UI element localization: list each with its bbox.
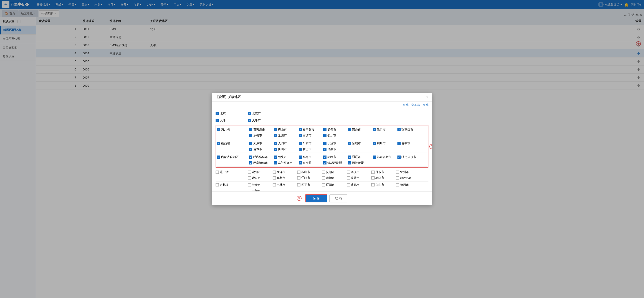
city-item: 临汾市 [298,147,322,152]
province-checkbox-tianjin[interactable] [216,119,219,122]
city-checkbox[interactable] [297,171,300,174]
city-checkbox[interactable] [248,171,251,174]
invert-btn[interactable]: 反选 [422,103,428,107]
city-checkbox[interactable] [248,176,251,180]
city-checkbox[interactable] [347,176,350,180]
city-checkbox[interactable] [274,148,277,151]
city-item: 朝阳市 [370,176,395,180]
city-checkbox[interactable] [272,171,276,174]
city-checkbox[interactable] [398,142,400,145]
city-item: 营口市 [247,176,272,180]
city-checkbox[interactable] [297,183,300,187]
city-checkbox[interactable] [396,171,399,174]
city-checkbox[interactable] [372,171,374,174]
city-item: 吕梁市 [322,147,347,152]
city-checkbox[interactable] [323,134,326,137]
city-checkbox[interactable] [272,176,276,180]
province-checkbox-liaoning[interactable] [216,171,219,174]
city-checkbox[interactable] [248,183,251,187]
city-item: 阜新市 [272,176,296,180]
city-item: 邢台市 [347,127,372,132]
city-checkbox[interactable] [249,161,252,164]
city-item: 晋中市 [396,141,421,146]
region-row-jilin: 吉林省 长春市 吉林市 四平市 辽源市 通化市 白山市 松原市 白城市 [216,182,428,191]
city-checkbox[interactable] [249,156,252,159]
city-checkbox[interactable] [372,183,374,187]
city-checkbox[interactable] [398,156,400,159]
city-checkbox[interactable] [323,128,326,131]
close-icon[interactable]: × [426,95,428,99]
select-all-btn[interactable]: 全选 [402,103,408,107]
city-checkbox[interactable] [274,156,277,159]
city-checkbox[interactable] [348,128,351,131]
modal-footer: ③ 保 存 取 消 [212,191,432,205]
city-checkbox[interactable] [272,183,276,187]
city-checkbox[interactable] [322,176,325,180]
city-checkbox[interactable] [398,128,400,131]
city-item: 盘锦市 [321,176,346,180]
city-checkbox[interactable] [373,128,376,131]
city-checkbox[interactable] [323,156,326,159]
region-row-inner-mongolia: 内蒙古自治区 呼和浩特市 包头市 乌海市 赤峰市 通辽市 鄂尔多斯市 呼伦贝尔市… [217,154,427,167]
city-checkbox[interactable] [347,171,350,174]
city-checkbox[interactable] [323,148,326,151]
city-checkbox[interactable] [348,156,351,159]
city-item: 赤峰市 [322,155,347,160]
province-checkbox-hebei[interactable] [217,128,220,131]
city-checkbox[interactable] [297,176,300,180]
city-checkbox[interactable] [396,183,399,187]
city-checkbox[interactable] [274,142,277,145]
city-checkbox[interactable] [322,171,325,174]
city-checkbox[interactable] [348,161,351,164]
city-checkbox[interactable] [248,189,251,191]
city-checkbox[interactable] [299,128,302,131]
cancel-button[interactable]: 取 消 [330,194,347,202]
city-checkbox[interactable] [274,161,277,164]
city-item: 兴安盟 [298,160,322,165]
city-checkbox[interactable] [299,156,302,159]
city-checkbox[interactable] [249,128,252,131]
city-checkbox[interactable] [299,148,302,151]
cities-beijing: 北京市 [247,111,428,116]
city-item: 沧州市 [273,133,298,138]
city-checkbox[interactable] [299,161,302,164]
city-checkbox[interactable] [299,142,302,145]
city-item: 朔州市 [372,141,396,146]
province-checkbox-inner-mongolia[interactable] [217,156,220,159]
city-checkbox[interactable] [274,134,277,137]
city-checkbox[interactable] [348,142,351,145]
cities-tianjin: 天津市 [247,118,428,123]
city-item: 天津市 [247,118,272,123]
city-checkbox[interactable] [323,142,326,145]
city-checkbox[interactable] [323,161,326,164]
city-checkbox[interactable] [248,119,251,122]
city-item: 阳泉市 [298,141,322,146]
city-item: 吉林市 [272,182,296,187]
deselect-all-btn[interactable]: 全不选 [411,103,420,107]
city-item: 辽阳市 [296,176,321,180]
city-checkbox[interactable] [396,176,399,180]
city-checkbox[interactable] [322,183,325,187]
city-checkbox[interactable] [347,183,350,187]
city-checkbox[interactable] [248,112,251,115]
city-checkbox[interactable] [249,148,252,151]
province-checkbox-beijing[interactable] [216,112,219,115]
city-checkbox[interactable] [274,128,277,131]
city-item: 乌海市 [298,155,322,160]
city-checkbox[interactable] [249,134,252,137]
province-shanxi: 山西省 [217,141,248,146]
city-checkbox[interactable] [373,156,376,159]
province-checkbox-jilin[interactable] [216,183,219,187]
city-checkbox[interactable] [373,142,376,145]
city-checkbox[interactable] [372,176,374,180]
city-item: 秦皇岛市 [298,127,322,132]
city-item: 沈阳市 [247,170,272,175]
region-row-shanxi: 山西省 太原市 大同市 阳泉市 长治市 晋城市 朔州市 晋中市 运城市 忻州市 … [217,140,427,153]
province-checkbox-shanxi[interactable] [217,142,220,145]
city-checkbox[interactable] [249,142,252,145]
city-checkbox[interactable] [299,134,302,137]
city-item: 阿拉善盟 [347,160,372,165]
city-item: 白城市 [247,188,272,191]
save-button[interactable]: 保 存 [305,194,327,202]
city-item: 葫芦岛市 [395,176,420,180]
